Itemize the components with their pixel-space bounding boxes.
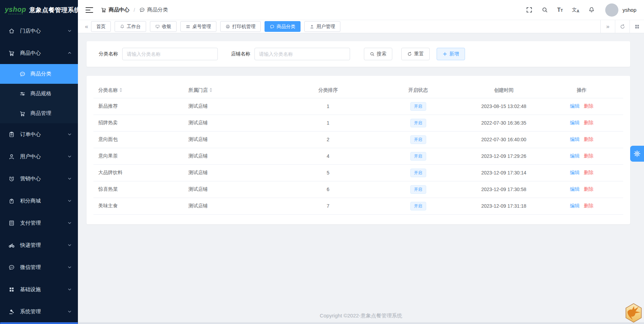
sidebar-item-label: 支付管理 [20, 220, 41, 226]
delete-link[interactable]: 删除 [584, 203, 593, 208]
cell-created: 2022-07-30 16:40:00 [467, 131, 540, 148]
user-icon [310, 24, 314, 29]
breadcrumb-item-product-category[interactable]: 商品分类 [139, 7, 168, 13]
sidebar-item-marketing-center[interactable]: 营销中心 [0, 168, 78, 190]
cell-store: 测试店铺 [184, 148, 287, 164]
tab-workbench[interactable]: 工作台 [115, 21, 146, 32]
fullscreen-icon[interactable] [526, 7, 533, 13]
chevron-down-icon [68, 221, 72, 225]
edit-link[interactable]: 编辑 [570, 186, 580, 192]
cell-created: 2023-12-09 17:29:26 [467, 148, 540, 164]
delete-link[interactable]: 删除 [584, 170, 593, 175]
edit-link[interactable]: 编辑 [570, 153, 580, 159]
cell-category-name: 美味主食 [93, 198, 184, 214]
sidebar-item-points-mall[interactable]: 积分商城 [0, 190, 78, 212]
chevron-up-icon [68, 51, 72, 55]
reset-button[interactable]: 重置 [401, 48, 430, 60]
breadcrumb-item-product-center[interactable]: 商品中心 [101, 7, 129, 13]
sidebar-item-label: 系统管理 [20, 308, 41, 315]
sidebar-item-express-manage[interactable]: 快递管理 [0, 234, 78, 256]
tab-printer-manage[interactable]: 打印机管理 [220, 21, 261, 32]
cell-store: 测试店铺 [184, 98, 287, 115]
sidebar-item-user-center[interactable]: 用户中心 [0, 145, 78, 168]
tabs: 首页 工作台 收银 桌号管理 打印机管理 [91, 21, 340, 32]
delete-link[interactable]: 删除 [584, 153, 593, 159]
cell-category-name: 意向面包 [93, 131, 184, 148]
column-header-store[interactable]: 所属门店 [184, 83, 287, 98]
delete-link[interactable]: 删除 [584, 136, 593, 142]
sidebar-item-label: 微信管理 [20, 264, 41, 271]
sidebar-scrollbar-thumb[interactable] [0, 322, 78, 324]
chevron-down-icon [68, 199, 72, 203]
calculator-icon [8, 220, 15, 226]
delete-link[interactable]: 删除 [584, 103, 593, 109]
edit-link[interactable]: 编辑 [570, 103, 580, 109]
sidebar-item-label: 用户中心 [20, 153, 41, 160]
sidebar-item-infrastructure[interactable]: 基础设施 [0, 278, 78, 300]
grid-icon [186, 24, 190, 29]
home-icon [8, 28, 15, 34]
status-badge: 开启 [410, 152, 426, 161]
cell-created: 2023-12-09 17:31:18 [467, 198, 540, 214]
sidebar-item-product-category[interactable]: 商品分类 [0, 64, 78, 84]
horizontal-scrollbar-track[interactable] [78, 322, 644, 324]
user-avatar[interactable] [605, 3, 618, 17]
tab-label: 桌号管理 [193, 24, 211, 30]
category-name-input[interactable] [122, 48, 218, 60]
cell-created: 2023-12-09 17:30:58 [467, 181, 540, 198]
tab-table-manage[interactable]: 桌号管理 [180, 21, 216, 32]
sidebar-menu: 门店中心 商品中心 商品分类 商品规格 商品管理 [0, 20, 78, 323]
layout-grid-icon[interactable] [629, 20, 644, 33]
sidebar-item-store-center[interactable]: 门店中心 [0, 20, 78, 42]
sidebar-item-payment-manage[interactable]: 支付管理 [0, 212, 78, 234]
translate-icon[interactable]: 文A [572, 7, 579, 13]
delete-link[interactable]: 删除 [584, 120, 593, 125]
tabs-scroll-right-icon[interactable]: » [600, 20, 615, 33]
sort-caret-icon[interactable] [119, 88, 123, 92]
refresh-icon[interactable] [615, 20, 629, 33]
sidebar-item-label: 商品分类 [30, 71, 51, 77]
add-button[interactable]: 新增 [437, 48, 465, 60]
bicycle-icon [8, 242, 15, 249]
store-name-input[interactable] [254, 48, 350, 60]
logo-bar: yshop 意象点餐管理系统 [0, 0, 78, 20]
refresh-icon [407, 52, 412, 56]
font-size-icon[interactable]: TT [557, 7, 563, 13]
sidebar-item-order-center[interactable]: 订单中心 [0, 123, 78, 145]
sidebar-collapse-icon[interactable] [86, 7, 93, 13]
tabs-scroll-left-icon[interactable]: « [82, 23, 91, 30]
edit-link[interactable]: 编辑 [570, 136, 580, 142]
tab-home[interactable]: 首页 [91, 21, 111, 32]
username-label: yshop [623, 7, 636, 13]
search-button[interactable]: 搜索 [364, 48, 392, 60]
header-actions: TT 文A yshop [526, 3, 636, 17]
tab-label: 首页 [96, 24, 106, 30]
status-badge: 开启 [410, 119, 426, 127]
column-header-category-name[interactable]: 分类名称 [93, 83, 184, 98]
gear-icon [634, 150, 641, 157]
tab-cashier[interactable]: 收银 [150, 21, 177, 32]
sidebar-item-system-manage[interactable]: 系统管理 [0, 300, 78, 323]
edit-link[interactable]: 编辑 [570, 120, 580, 125]
search-icon[interactable] [542, 7, 548, 13]
bell-icon [120, 24, 125, 29]
logo-underline [8, 14, 23, 14]
edit-link[interactable]: 编辑 [570, 203, 580, 208]
chat-bubble-icon [270, 24, 275, 29]
hexagon-bird-badge[interactable] [625, 302, 643, 324]
edit-link[interactable]: 编辑 [570, 170, 580, 175]
sidebar-item-product-center[interactable]: 商品中心 [0, 42, 78, 64]
sidebar-item-wechat-manage[interactable]: 微信管理 [0, 256, 78, 278]
tab-product-category[interactable]: 商品分类 [265, 21, 301, 32]
sidebar-item-label: 门店中心 [20, 28, 41, 34]
sort-caret-icon[interactable] [209, 88, 213, 92]
sidebar-item-product-manage[interactable]: 商品管理 [0, 104, 78, 123]
sidebar-item-product-spec[interactable]: 商品规格 [0, 84, 78, 104]
theme-settings-button[interactable] [630, 146, 644, 162]
bell-icon[interactable] [588, 7, 595, 13]
delete-link[interactable]: 删除 [584, 186, 593, 192]
column-label: 操作 [577, 87, 587, 93]
tab-user-manage[interactable]: 用户管理 [304, 21, 340, 32]
reset-button-label: 重置 [414, 51, 424, 57]
alarm-clock-icon [8, 176, 15, 182]
